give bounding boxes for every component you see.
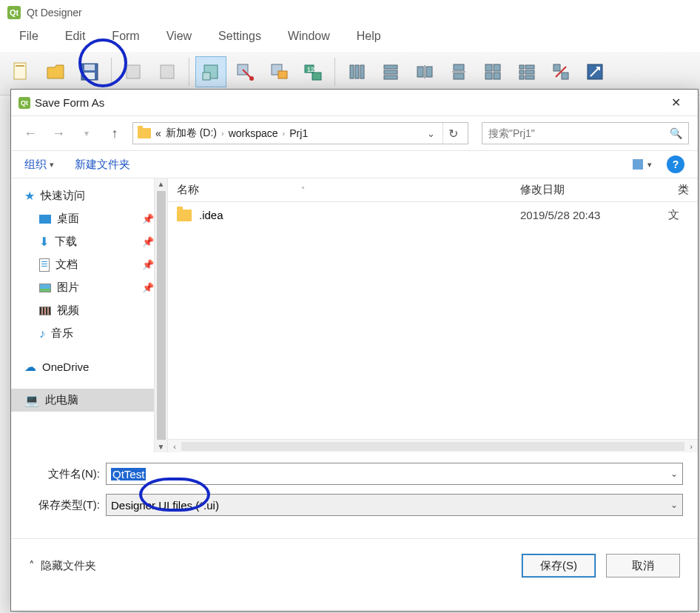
svg-rect-4 <box>84 73 95 79</box>
svg-rect-18 <box>360 65 364 78</box>
sidebar-quick-access[interactable]: ★快速访问 <box>11 184 167 207</box>
desktop-icon <box>39 215 51 224</box>
cancel-button[interactable]: 取消 <box>606 554 680 577</box>
scroll-up-icon[interactable]: ▲ <box>158 178 165 190</box>
scroll-thumb[interactable] <box>157 191 166 440</box>
svg-rect-12 <box>278 71 287 78</box>
layout-hsplit-button[interactable] <box>409 56 440 87</box>
pin-icon: 📌 <box>142 259 154 270</box>
toolbar-separator <box>189 58 189 86</box>
edit-taborder-button[interactable]: 12 <box>297 56 329 87</box>
column-modified[interactable]: 修改日期 <box>520 183 668 197</box>
breadcrumb-workspace[interactable]: workspace <box>229 127 278 139</box>
breadcrumb[interactable]: « 新加卷 (D:) › workspace › Prj1 ⌄ ↻ <box>132 122 468 144</box>
sidebar-this-pc[interactable]: 💻此电脑 <box>11 389 167 412</box>
star-icon: ★ <box>24 189 35 203</box>
layout-vsplit-button[interactable] <box>443 56 474 87</box>
breadcrumb-dropdown-icon[interactable]: ⌄ <box>427 128 435 139</box>
undo-button[interactable] <box>118 56 149 87</box>
sidebar-music[interactable]: ♪音乐 <box>11 322 167 345</box>
save-dialog: Qt Save Form As ✕ ← → ▾ ↑ « 新加卷 (D:) › w… <box>10 89 699 612</box>
svg-rect-33 <box>525 65 534 69</box>
svg-rect-16 <box>350 65 354 78</box>
nav-forward-button[interactable]: → <box>48 123 69 144</box>
menu-view[interactable]: View <box>153 27 205 46</box>
chevron-down-icon[interactable]: ⌄ <box>670 469 678 479</box>
search-icon[interactable]: 🔍 <box>670 127 682 139</box>
scroll-left-icon[interactable]: ‹ <box>168 442 181 451</box>
edit-widgets-button[interactable] <box>195 56 226 87</box>
breadcrumb-drive[interactable]: 新加卷 (D:) <box>166 127 217 140</box>
menu-form[interactable]: Form <box>98 27 152 46</box>
new-folder-button[interactable]: 新建文件夹 <box>75 158 130 172</box>
sidebar-documents[interactable]: 文档📌 <box>11 253 167 276</box>
svg-rect-36 <box>519 76 524 79</box>
menu-settings[interactable]: Settings <box>205 27 275 46</box>
save-form-button[interactable] <box>74 56 105 87</box>
layout-v-button[interactable] <box>375 56 406 87</box>
menu-help[interactable]: Help <box>343 27 394 46</box>
layout-h-button[interactable] <box>341 56 372 87</box>
dialog-footer: ˄ 隐藏文件夹 保存(S) 取消 <box>11 538 698 592</box>
svg-rect-31 <box>494 73 500 79</box>
pin-icon: 📌 <box>142 213 154 224</box>
sidebar-desktop[interactable]: 桌面📌 <box>11 207 167 230</box>
dialog-logo-icon: Qt <box>18 97 30 109</box>
redo-button[interactable] <box>152 56 183 87</box>
column-name[interactable]: 名称˄ <box>177 183 520 197</box>
document-icon <box>39 258 50 272</box>
nav-up-button[interactable]: ↑ <box>104 123 125 144</box>
item-type: 文 <box>668 208 689 222</box>
sidebar-pictures[interactable]: 图片📌 <box>11 276 167 299</box>
menu-file[interactable]: File <box>6 27 52 46</box>
help-button[interactable]: ? <box>667 155 684 173</box>
edit-buddies-button[interactable] <box>263 56 295 87</box>
sidebar-scrollbar[interactable]: ▲ ▼ <box>154 178 167 452</box>
svg-rect-22 <box>417 67 423 77</box>
open-form-button[interactable] <box>40 56 71 87</box>
column-type[interactable]: 类 <box>668 183 689 197</box>
new-form-button[interactable] <box>6 56 37 87</box>
folder-icon <box>138 128 151 138</box>
hide-folders-toggle[interactable]: ˄ 隐藏文件夹 <box>29 559 96 573</box>
organize-button[interactable]: 组织▾ <box>24 158 54 172</box>
filename-input[interactable]: QtTest ⌄ <box>106 463 683 485</box>
sidebar-downloads[interactable]: ⬇下载📌 <box>11 230 167 253</box>
horizontal-scrollbar[interactable]: ‹ › <box>168 439 698 452</box>
list-item[interactable]: .idea 2019/5/28 20:43 文 <box>168 202 698 228</box>
layout-form-button[interactable] <box>511 56 542 87</box>
command-bar: 组织▾ 新建文件夹 ▾ ? <box>11 150 698 178</box>
menu-edit[interactable]: Edit <box>52 27 99 46</box>
search-input[interactable] <box>488 127 670 139</box>
sidebar-videos[interactable]: 视频 <box>11 299 167 322</box>
scroll-track[interactable] <box>181 442 684 451</box>
breadcrumb-prj1[interactable]: Prj1 <box>289 127 308 139</box>
edit-signals-button[interactable] <box>229 56 260 87</box>
nav-history-button[interactable]: ▾ <box>76 123 97 144</box>
menu-window[interactable]: Window <box>275 27 343 46</box>
list-header: 名称˄ 修改日期 类 <box>168 178 698 202</box>
chevron-right-icon: › <box>283 129 286 138</box>
svg-point-10 <box>249 76 254 81</box>
break-layout-button[interactable] <box>545 56 576 87</box>
nav-back-button[interactable]: ← <box>20 123 41 144</box>
scroll-right-icon[interactable]: › <box>684 442 698 451</box>
chevron-down-icon[interactable]: ⌄ <box>670 500 678 510</box>
refresh-button[interactable]: ↻ <box>442 123 463 144</box>
search-box[interactable]: 🔍 <box>482 122 689 144</box>
sidebar-onedrive[interactable]: ☁OneDrive <box>11 355 167 378</box>
svg-rect-23 <box>426 67 432 77</box>
adjust-size-button[interactable] <box>579 56 610 87</box>
svg-rect-30 <box>485 73 492 79</box>
view-mode-button[interactable]: ▾ <box>628 158 656 171</box>
menubar: File Edit Form View Settings Window Help <box>0 24 700 52</box>
scroll-down-icon[interactable]: ▼ <box>158 441 165 452</box>
pictures-icon <box>39 284 51 292</box>
svg-rect-5 <box>127 65 140 78</box>
layout-grid-button[interactable] <box>477 56 508 87</box>
save-button[interactable]: 保存(S) <box>522 554 596 577</box>
filetype-select[interactable]: Designer UI files (*.ui) ⌄ <box>106 494 683 516</box>
svg-rect-25 <box>454 64 464 70</box>
toolbar-separator <box>111 58 112 86</box>
close-button[interactable]: ✕ <box>661 93 690 113</box>
